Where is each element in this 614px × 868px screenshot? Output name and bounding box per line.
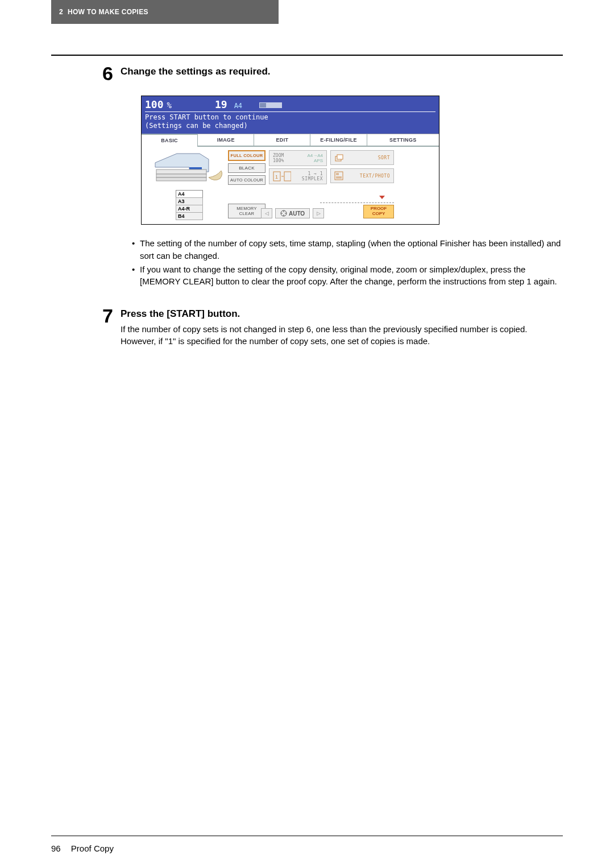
density-control: ◁ AUTO ▷: [261, 208, 327, 218]
progress-icon: [259, 102, 282, 108]
status-message-2: (Settings can be changed): [145, 122, 435, 130]
aps-label-2: APS: [314, 158, 323, 163]
zoom-pct: 100%: [273, 158, 284, 163]
scale-pointer-icon: [379, 196, 385, 199]
copier-ui-screenshot: 100 % 19 A4 Press START button to contin…: [141, 96, 439, 225]
page-footer: 96 Proof Copy: [51, 844, 114, 853]
horizontal-rule: [51, 55, 563, 56]
tab-edit[interactable]: EDIT: [254, 134, 310, 147]
zoom-unit: %: [167, 101, 172, 110]
tab-settings[interactable]: SETTINGS: [367, 134, 439, 147]
proof-copy-button[interactable]: PROOF COPY: [363, 205, 394, 218]
step-text: If the number of copy sets is not change…: [121, 323, 563, 347]
zoom-label: ZOOM: [273, 153, 284, 158]
density-left-button[interactable]: ◁: [261, 208, 272, 218]
chapter-number: 2: [59, 8, 63, 16]
step-6: 6 Change the settings as required.: [102, 63, 563, 83]
step-number: 6: [102, 64, 121, 83]
simplex-label-1: 1 → 1: [308, 171, 323, 176]
copy-count: 19: [215, 98, 227, 110]
section-name: Proof Copy: [71, 844, 114, 853]
svg-rect-2: [156, 170, 206, 174]
step-7: 7 Press the [START] button. If the numbe…: [102, 305, 563, 347]
step-title: Press the [START] button.: [121, 308, 563, 320]
svg-rect-7: [284, 172, 291, 181]
auto-density-button[interactable]: AUTO: [275, 208, 310, 218]
colour-column: FULL COLOUR BLACK AUTO COLOUR MEMORY CLE…: [228, 150, 265, 218]
tab-image[interactable]: IMAGE: [198, 134, 254, 147]
full-colour-button[interactable]: FULL COLOUR: [228, 150, 265, 161]
svg-rect-4: [156, 177, 206, 181]
simplex-label-2: SIMPLEX: [302, 176, 323, 181]
status-bar: 100 % 19 A4 Press START button to contin…: [142, 96, 439, 134]
tray-a4r[interactable]: A4-R: [176, 205, 203, 213]
svg-text:1: 1: [275, 174, 278, 180]
bullet-list: The setting of the number of copy sets, …: [132, 237, 563, 288]
options-column-1: ZOOM 100% A4→A4 APS 1 1 → 1 SIMPLEX: [269, 150, 327, 218]
copier-diagram: [145, 150, 225, 196]
step-title: Change the settings as required.: [121, 66, 563, 77]
chapter-title: HOW TO MAKE COPIES: [68, 8, 148, 16]
tab-basic[interactable]: BASIC: [142, 134, 198, 147]
svg-rect-3: [156, 174, 206, 177]
tray-b4[interactable]: B4: [176, 212, 203, 220]
tab-efiling[interactable]: E-FILING/FILE: [310, 134, 367, 147]
textphoto-label: TEXT/PHOTO: [346, 173, 390, 179]
textphoto-option[interactable]: TEXT/PHOTO: [330, 168, 394, 183]
sort-option[interactable]: SORT: [330, 150, 394, 165]
auto-colour-button[interactable]: AUTO COLOUR: [228, 175, 265, 185]
bullet-2: If you want to change the setting of the…: [132, 263, 563, 288]
zoom-value: 100: [145, 98, 164, 110]
memory-clear-button[interactable]: MEMORY CLEAR: [228, 204, 265, 218]
tab-bar: BASIC IMAGE EDIT E-FILING/FILE SETTINGS: [142, 134, 439, 147]
aps-label-1: A4→A4: [307, 153, 323, 158]
density-right-button[interactable]: ▷: [313, 208, 324, 218]
black-button[interactable]: BLACK: [228, 163, 265, 173]
sort-icon: [334, 153, 343, 162]
svg-rect-10: [337, 155, 343, 159]
tray-panel: A4 A3 A4-R B4: [145, 150, 225, 218]
simplex-option[interactable]: 1 1 → 1 SIMPLEX: [269, 168, 327, 184]
bullet-1: The setting of the number of copy sets, …: [132, 237, 563, 262]
step-number: 7: [102, 306, 121, 325]
density-scale: [320, 197, 394, 203]
sort-label: SORT: [346, 155, 390, 160]
svg-rect-12: [336, 173, 339, 175]
chapter-header: 2 HOW TO MAKE COPIES: [51, 0, 279, 24]
page-number: 96: [51, 844, 61, 853]
options-column-2: SORT TEXT/PHOTO PROOF COPY: [330, 150, 394, 218]
auto-icon: [280, 210, 287, 217]
zoom-option[interactable]: ZOOM 100% A4→A4 APS: [269, 150, 327, 166]
tray-a3[interactable]: A3: [176, 197, 203, 205]
duplex-icon: 1: [273, 171, 291, 181]
textphoto-icon: [334, 171, 343, 180]
footer-rule: [51, 836, 563, 837]
paper-size: A4: [234, 102, 242, 110]
status-message-1: Press START button to continue: [145, 113, 435, 122]
